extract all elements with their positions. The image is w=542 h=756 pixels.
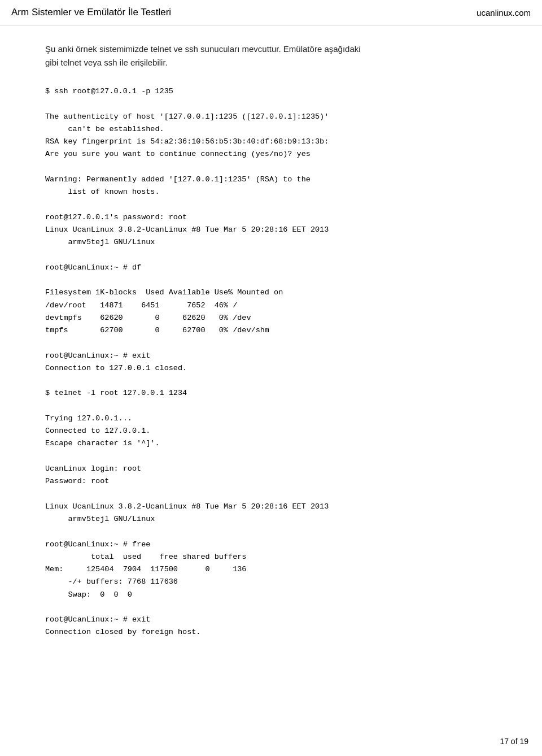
page-content: Şu anki örnek sistemimizde telnet ve ssh… xyxy=(0,25,542,673)
code-block: $ ssh root@127.0.0.1 -p 1235 The authent… xyxy=(45,85,508,639)
intro-line1: Şu anki örnek sistemimizde telnet ve ssh… xyxy=(45,44,361,54)
page-header: Arm Sistemler ve Emülatör İle Testleri u… xyxy=(0,0,542,25)
intro-text: Şu anki örnek sistemimizde telnet ve ssh… xyxy=(45,42,508,69)
site-url: ucanlinux.com xyxy=(477,8,531,18)
intro-line2: gibi telnet veya ssh ile erişilebilir. xyxy=(45,58,168,67)
page-indicator: 17 of 19 xyxy=(500,737,528,746)
page-footer: 17 of 19 xyxy=(500,737,528,746)
site-title: Arm Sistemler ve Emülatör İle Testleri xyxy=(11,7,171,18)
